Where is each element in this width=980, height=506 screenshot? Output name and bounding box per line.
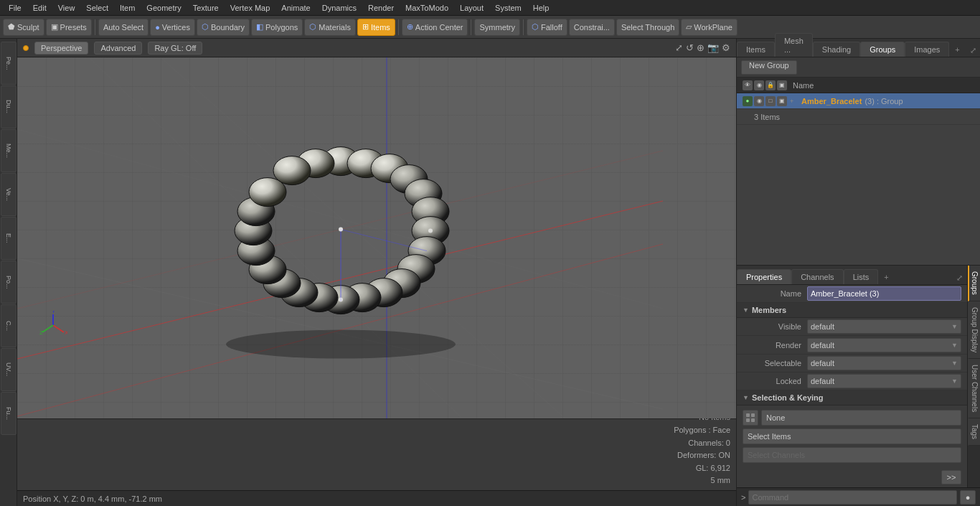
- tab-mesh[interactable]: Mesh ...: [775, 33, 813, 57]
- none-button[interactable]: None: [761, 410, 961, 426]
- group-render-icon[interactable]: ◉: [754, 96, 764, 106]
- select-through-button[interactable]: Select Through: [616, 19, 679, 36]
- polygons-button[interactable]: ◧ Polygons: [251, 19, 303, 36]
- group-eye-icon[interactable]: ●: [743, 96, 753, 106]
- menu-vertex-map[interactable]: Vertex Map: [225, 2, 276, 14]
- menu-render[interactable]: Render: [362, 2, 400, 14]
- prop-row-name: Name: [737, 285, 967, 303]
- group-subitem-0[interactable]: 3 Items: [737, 109, 980, 125]
- viewport-bottom-bar: Position X, Y, Z: 0 m, 4.4 mm, -71.2 mm: [17, 490, 736, 506]
- sculpt-button[interactable]: ⬟ Sculpt: [3, 19, 44, 36]
- prop-render-select[interactable]: default ▼: [807, 338, 961, 352]
- group-expand-arrow[interactable]: +: [790, 98, 798, 105]
- tab-add[interactable]: +: [949, 42, 965, 57]
- prop-section-members[interactable]: ▼ Members: [737, 303, 967, 318]
- presets-button[interactable]: ▣ Presets: [46, 19, 92, 36]
- sidebar-tab-8[interactable]: Fu...: [1, 392, 17, 435]
- prop-tab-add[interactable]: +: [878, 270, 894, 284]
- cmd-submit-button[interactable]: ●: [960, 490, 976, 505]
- viewport-icon-search[interactable]: ⊕: [697, 42, 705, 53]
- col-icon-lock[interactable]: 🔒: [765, 80, 776, 90]
- tab-shading[interactable]: Shading: [813, 42, 860, 57]
- tab-images[interactable]: Images: [905, 42, 949, 57]
- viewport-icon-arrows[interactable]: ⤢: [675, 42, 683, 53]
- menu-geometry[interactable]: Geometry: [141, 2, 187, 14]
- tab-groups[interactable]: Groups: [860, 42, 905, 57]
- prop-name-label: Name: [743, 289, 807, 298]
- vert-tab-group-display[interactable]: Group Display: [968, 301, 980, 359]
- panel-expand-btn[interactable]: ⤢: [966, 44, 980, 57]
- menu-file[interactable]: File: [3, 2, 27, 14]
- vert-tab-groups[interactable]: Groups: [968, 266, 980, 301]
- prop-section-sel-keying[interactable]: ▼ Selection & Keying: [737, 390, 967, 406]
- action-center-button[interactable]: ⊕ Action Center: [402, 19, 468, 36]
- prop-tab-lists[interactable]: Lists: [844, 269, 879, 284]
- prop-selectable-select[interactable]: default ▼: [807, 356, 961, 370]
- sidebar-tab-0[interactable]: Pe...: [1, 42, 17, 85]
- group-item-0[interactable]: ● ◉ □ ▣ + Amber_Bracelet (3) : Group: [737, 93, 980, 109]
- sidebar-tab-4[interactable]: E...: [1, 217, 17, 260]
- sidebar-tab-1[interactable]: Du...: [1, 85, 17, 128]
- command-input[interactable]: [748, 490, 957, 505]
- command-bar: > ●: [737, 487, 980, 506]
- menu-system[interactable]: System: [489, 2, 527, 14]
- vert-tab-user-channels[interactable]: User Channels: [968, 359, 980, 418]
- viewport-canvas[interactable]: X Y Z: [17, 57, 736, 418]
- menu-item[interactable]: Item: [114, 2, 141, 14]
- constraints-button[interactable]: Constrai...: [569, 19, 615, 36]
- prop-tab-channels[interactable]: Channels: [791, 269, 843, 284]
- col-icon-render[interactable]: ◉: [754, 80, 764, 90]
- menu-view[interactable]: View: [52, 2, 81, 14]
- sidebar-tab-7[interactable]: UV...: [1, 348, 17, 391]
- prop-visible-label: Visible: [743, 322, 807, 331]
- boundary-button[interactable]: ⬡ Boundary: [197, 19, 250, 36]
- menu-dynamics[interactable]: Dynamics: [316, 2, 362, 14]
- workplane-button[interactable]: ▱ WorkPlane: [681, 19, 738, 36]
- prop-tab-properties[interactable]: Properties: [737, 269, 791, 284]
- viewport-mode[interactable]: Perspective: [34, 42, 88, 55]
- prop-name-input[interactable]: [807, 286, 961, 301]
- prop-visible-select[interactable]: default ▼: [807, 319, 961, 334]
- vertices-button[interactable]: ● Vertices: [150, 19, 195, 36]
- prop-expand-btn[interactable]: ⤢: [952, 272, 967, 284]
- menu-animate[interactable]: Animate: [275, 2, 316, 14]
- viewport-icon-camera[interactable]: 📷: [707, 42, 719, 53]
- auto-select-button[interactable]: Auto Select: [98, 19, 149, 36]
- col-icon-eye[interactable]: 👁: [743, 80, 753, 90]
- prop-locked-select[interactable]: default ▼: [807, 374, 961, 388]
- materials-button[interactable]: ⬡ Materials: [304, 19, 356, 36]
- menu-select[interactable]: Select: [80, 2, 114, 14]
- viewport-icon-refresh[interactable]: ↺: [686, 42, 694, 53]
- menu-maxtomodo[interactable]: MaxToModo: [400, 2, 454, 14]
- menu-edit[interactable]: Edit: [27, 2, 52, 14]
- more-button[interactable]: >>: [941, 470, 961, 484]
- right-vertical-tabs: Groups Group Display User Channels Tags: [967, 266, 980, 487]
- cmd-arrow[interactable]: >: [741, 493, 745, 502]
- svg-point-36: [428, 228, 433, 233]
- sidebar-tab-6[interactable]: C...: [1, 304, 17, 347]
- group-lock-icon[interactable]: □: [765, 96, 776, 106]
- col-icons: 👁 ◉ 🔒 ▣: [743, 80, 787, 90]
- falloff-button[interactable]: ⬡ Falloff: [527, 19, 567, 36]
- viewport-ray-gl[interactable]: Ray GL: Off: [148, 42, 202, 55]
- menu-texture[interactable]: Texture: [187, 2, 225, 14]
- viewport-icon-settings[interactable]: ⚙: [722, 42, 730, 53]
- tab-items[interactable]: Items: [737, 42, 775, 57]
- viewport-advanced[interactable]: Advanced: [94, 42, 142, 55]
- presets-label: Presets: [60, 23, 87, 32]
- svg-rect-46: [751, 418, 755, 422]
- vert-tab-tags[interactable]: Tags: [968, 418, 980, 446]
- sidebar-tab-3[interactable]: Ve...: [1, 173, 17, 216]
- new-group-button[interactable]: New Group: [741, 60, 797, 75]
- items-button[interactable]: ⊞ Items: [357, 19, 395, 36]
- sidebar-tab-2[interactable]: Me...: [1, 129, 17, 172]
- sel-keying-label: Selection & Keying: [752, 393, 824, 402]
- sidebar-tab-5[interactable]: Po...: [1, 261, 17, 304]
- group-vis-icon[interactable]: ▣: [777, 96, 787, 106]
- symmetry-button[interactable]: Symmetry: [474, 19, 520, 36]
- select-items-button[interactable]: Select Items: [743, 428, 961, 444]
- col-icon-vis[interactable]: ▣: [777, 80, 787, 90]
- sel-key-none-row: None: [743, 410, 961, 426]
- menu-help[interactable]: Help: [527, 2, 555, 14]
- menu-layout[interactable]: Layout: [454, 2, 489, 14]
